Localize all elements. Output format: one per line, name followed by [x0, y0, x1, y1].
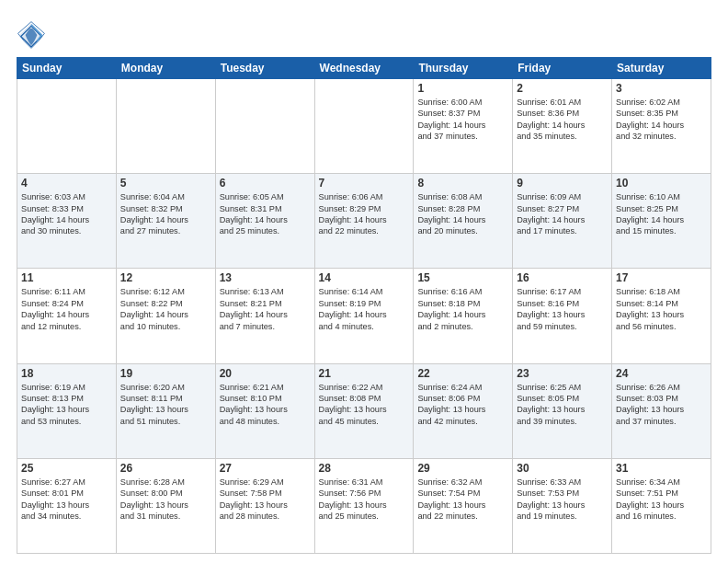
- day-number: 9: [517, 177, 608, 190]
- day-info: Sunrise: 6:05 AM Sunset: 8:31 PM Dayligh…: [220, 191, 311, 237]
- day-info: Sunrise: 6:04 AM Sunset: 8:32 PM Dayligh…: [120, 191, 211, 237]
- day-number: 3: [616, 82, 707, 95]
- day-number: 22: [417, 367, 508, 380]
- calendar-cell-2-3: 6Sunrise: 6:05 AM Sunset: 8:31 PM Daylig…: [215, 174, 314, 269]
- day-info: Sunrise: 6:26 AM Sunset: 8:03 PM Dayligh…: [616, 382, 707, 428]
- day-info: Sunrise: 6:09 AM Sunset: 8:27 PM Dayligh…: [517, 191, 608, 237]
- calendar-cell-1-3: [215, 79, 314, 174]
- page: Sunday Monday Tuesday Wednesday Thursday…: [0, 0, 728, 563]
- calendar-cell-1-7: 3Sunrise: 6:02 AM Sunset: 8:35 PM Daylig…: [612, 79, 711, 174]
- calendar-cell-4-3: 20Sunrise: 6:21 AM Sunset: 8:10 PM Dayli…: [215, 363, 314, 458]
- calendar-cell-4-5: 22Sunrise: 6:24 AM Sunset: 8:06 PM Dayli…: [414, 363, 513, 458]
- header-monday: Monday: [116, 58, 215, 79]
- day-number: 17: [616, 271, 707, 284]
- calendar-cell-2-7: 10Sunrise: 6:10 AM Sunset: 8:25 PM Dayli…: [612, 174, 711, 269]
- day-info: Sunrise: 6:16 AM Sunset: 8:18 PM Dayligh…: [417, 286, 508, 332]
- day-info: Sunrise: 6:31 AM Sunset: 7:56 PM Dayligh…: [319, 477, 410, 523]
- calendar-cell-4-4: 21Sunrise: 6:22 AM Sunset: 8:08 PM Dayli…: [314, 363, 414, 458]
- header-sunday: Sunday: [17, 58, 117, 79]
- logo-icon: [17, 20, 46, 50]
- header-friday: Friday: [513, 58, 612, 79]
- day-info: Sunrise: 6:00 AM Sunset: 8:37 PM Dayligh…: [417, 97, 508, 143]
- calendar-cell-2-5: 8Sunrise: 6:08 AM Sunset: 8:28 PM Daylig…: [414, 174, 513, 269]
- day-number: 4: [21, 177, 112, 190]
- day-info: Sunrise: 6:19 AM Sunset: 8:13 PM Dayligh…: [21, 382, 112, 428]
- day-number: 6: [220, 177, 311, 190]
- day-info: Sunrise: 6:02 AM Sunset: 8:35 PM Dayligh…: [616, 97, 707, 143]
- day-number: 31: [616, 462, 707, 475]
- calendar-cell-2-2: 5Sunrise: 6:04 AM Sunset: 8:32 PM Daylig…: [116, 174, 215, 269]
- day-number: 19: [120, 367, 211, 380]
- day-number: 23: [517, 367, 608, 380]
- calendar-cell-3-1: 11Sunrise: 6:11 AM Sunset: 8:24 PM Dayli…: [17, 269, 117, 363]
- calendar-week-4: 18Sunrise: 6:19 AM Sunset: 8:13 PM Dayli…: [17, 363, 711, 458]
- day-number: 13: [220, 271, 311, 284]
- header: [17, 17, 711, 50]
- day-number: 2: [517, 82, 608, 95]
- day-number: 24: [616, 367, 707, 380]
- day-info: Sunrise: 6:24 AM Sunset: 8:06 PM Dayligh…: [417, 382, 508, 428]
- day-info: Sunrise: 6:33 AM Sunset: 7:53 PM Dayligh…: [517, 477, 608, 523]
- day-number: 29: [417, 462, 508, 475]
- day-info: Sunrise: 6:21 AM Sunset: 8:10 PM Dayligh…: [220, 382, 311, 428]
- day-info: Sunrise: 6:11 AM Sunset: 8:24 PM Dayligh…: [21, 286, 112, 332]
- calendar-cell-4-2: 19Sunrise: 6:20 AM Sunset: 8:11 PM Dayli…: [116, 363, 215, 458]
- day-info: Sunrise: 6:13 AM Sunset: 8:21 PM Dayligh…: [220, 286, 311, 332]
- calendar-cell-3-5: 15Sunrise: 6:16 AM Sunset: 8:18 PM Dayli…: [414, 269, 513, 363]
- day-number: 8: [417, 177, 508, 190]
- calendar-cell-5-1: 25Sunrise: 6:27 AM Sunset: 8:01 PM Dayli…: [17, 458, 117, 553]
- day-number: 14: [319, 271, 410, 284]
- day-info: Sunrise: 6:20 AM Sunset: 8:11 PM Dayligh…: [120, 382, 211, 428]
- day-number: 26: [120, 462, 211, 475]
- day-number: 5: [120, 177, 211, 190]
- calendar-cell-1-5: 1Sunrise: 6:00 AM Sunset: 8:37 PM Daylig…: [414, 79, 513, 174]
- calendar-cell-5-5: 29Sunrise: 6:32 AM Sunset: 7:54 PM Dayli…: [414, 458, 513, 553]
- day-number: 18: [21, 367, 112, 380]
- calendar-cell-3-2: 12Sunrise: 6:12 AM Sunset: 8:22 PM Dayli…: [116, 269, 215, 363]
- day-number: 30: [517, 462, 608, 475]
- header-thursday: Thursday: [414, 58, 513, 79]
- day-number: 20: [220, 367, 311, 380]
- day-number: 10: [616, 177, 707, 190]
- day-info: Sunrise: 6:14 AM Sunset: 8:19 PM Dayligh…: [319, 286, 410, 332]
- day-info: Sunrise: 6:22 AM Sunset: 8:08 PM Dayligh…: [319, 382, 410, 428]
- day-info: Sunrise: 6:25 AM Sunset: 8:05 PM Dayligh…: [517, 382, 608, 428]
- day-info: Sunrise: 6:29 AM Sunset: 7:58 PM Dayligh…: [220, 477, 311, 523]
- header-tuesday: Tuesday: [215, 58, 314, 79]
- calendar-cell-1-4: [314, 79, 414, 174]
- calendar-cell-3-3: 13Sunrise: 6:13 AM Sunset: 8:21 PM Dayli…: [215, 269, 314, 363]
- calendar-cell-2-6: 9Sunrise: 6:09 AM Sunset: 8:27 PM Daylig…: [513, 174, 612, 269]
- day-info: Sunrise: 6:32 AM Sunset: 7:54 PM Dayligh…: [417, 477, 508, 523]
- calendar-cell-5-2: 26Sunrise: 6:28 AM Sunset: 8:00 PM Dayli…: [116, 458, 215, 553]
- calendar-cell-3-4: 14Sunrise: 6:14 AM Sunset: 8:19 PM Dayli…: [314, 269, 414, 363]
- calendar-cell-2-1: 4Sunrise: 6:03 AM Sunset: 8:33 PM Daylig…: [17, 174, 117, 269]
- calendar-cell-4-7: 24Sunrise: 6:26 AM Sunset: 8:03 PM Dayli…: [612, 363, 711, 458]
- day-number: 25: [21, 462, 112, 475]
- calendar-cell-3-6: 16Sunrise: 6:17 AM Sunset: 8:16 PM Dayli…: [513, 269, 612, 363]
- day-number: 1: [417, 82, 508, 95]
- calendar-cell-1-1: [17, 79, 117, 174]
- day-info: Sunrise: 6:28 AM Sunset: 8:00 PM Dayligh…: [120, 477, 211, 523]
- calendar-cell-4-1: 18Sunrise: 6:19 AM Sunset: 8:13 PM Dayli…: [17, 363, 117, 458]
- calendar-cell-5-6: 30Sunrise: 6:33 AM Sunset: 7:53 PM Dayli…: [513, 458, 612, 553]
- day-number: 28: [319, 462, 410, 475]
- day-number: 12: [120, 271, 211, 284]
- calendar-week-3: 11Sunrise: 6:11 AM Sunset: 8:24 PM Dayli…: [17, 269, 711, 363]
- calendar-cell-3-7: 17Sunrise: 6:18 AM Sunset: 8:14 PM Dayli…: [612, 269, 711, 363]
- calendar-cell-5-4: 28Sunrise: 6:31 AM Sunset: 7:56 PM Dayli…: [314, 458, 414, 553]
- calendar-week-5: 25Sunrise: 6:27 AM Sunset: 8:01 PM Dayli…: [17, 458, 711, 553]
- header-saturday: Saturday: [612, 58, 711, 79]
- day-number: 7: [319, 177, 410, 190]
- calendar-cell-2-4: 7Sunrise: 6:06 AM Sunset: 8:29 PM Daylig…: [314, 174, 414, 269]
- day-info: Sunrise: 6:18 AM Sunset: 8:14 PM Dayligh…: [616, 286, 707, 332]
- calendar-cell-1-2: [116, 79, 215, 174]
- calendar-table: Sunday Monday Tuesday Wednesday Thursday…: [17, 57, 711, 554]
- day-number: 11: [21, 271, 112, 284]
- logo: [17, 20, 50, 50]
- day-number: 27: [220, 462, 311, 475]
- calendar-header-row: Sunday Monday Tuesday Wednesday Thursday…: [17, 58, 711, 79]
- day-info: Sunrise: 6:12 AM Sunset: 8:22 PM Dayligh…: [120, 286, 211, 332]
- calendar-week-1: 1Sunrise: 6:00 AM Sunset: 8:37 PM Daylig…: [17, 79, 711, 174]
- calendar-cell-5-3: 27Sunrise: 6:29 AM Sunset: 7:58 PM Dayli…: [215, 458, 314, 553]
- day-info: Sunrise: 6:34 AM Sunset: 7:51 PM Dayligh…: [616, 477, 707, 523]
